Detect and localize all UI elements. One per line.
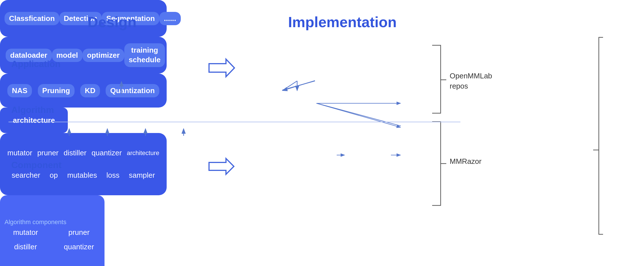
nas-item: NAS <box>7 84 32 97</box>
more-item: ...... <box>159 12 180 25</box>
pruner-item: pruner <box>35 147 61 158</box>
svg-marker-3 <box>209 59 234 77</box>
searcher-item: searcher <box>9 170 42 181</box>
sampler-item: sampler <box>127 170 157 181</box>
training-schedule-item: trainingschedule <box>124 43 165 67</box>
implementation-title: Implementation <box>288 14 397 31</box>
algorithm-panel: NAS Pruning KD Quantization <box>0 74 167 108</box>
architecture-label: architecture <box>13 116 55 125</box>
mutator-item: mutator <box>5 147 34 158</box>
classification-item: Classfication <box>5 12 59 25</box>
algo-pruner-item: pruner <box>58 228 100 237</box>
component-label: Component <box>11 160 62 170</box>
algo-components-panel: Algorithm components mutator pruner dist… <box>0 195 105 266</box>
quantizer-item: quantizer <box>89 147 124 158</box>
application-panel: Classfication Detection Segmentation ...… <box>0 0 167 37</box>
op-item: op <box>47 170 60 181</box>
svg-line-14 <box>282 81 315 90</box>
quantization-item: Quantization <box>106 84 159 97</box>
architecture-comp-item: architecture <box>125 148 162 158</box>
loss-item: loss <box>104 170 122 181</box>
svg-marker-10 <box>209 158 234 174</box>
openmmlab-repos-label: OpenMMLabrepos <box>450 71 492 91</box>
horizontal-divider <box>8 122 460 122</box>
component-row-1: mutator pruner distiller quantizer archi… <box>5 147 162 158</box>
svg-line-11 <box>316 103 401 127</box>
algo-quantizer-item: quantizer <box>58 243 100 251</box>
mutables-item: mutables <box>65 170 99 181</box>
application-label: Application <box>11 59 60 69</box>
design-title: Design <box>88 14 136 31</box>
optimizer-item: optimizer <box>82 49 124 62</box>
algo-components-grid: mutator pruner distiller quantizer <box>5 228 100 251</box>
kd-item: KD <box>80 84 100 97</box>
algo-components-label: Algorithm components <box>5 218 100 226</box>
mmrazor-label: MMRazor <box>450 157 482 166</box>
algo-distiller-item: distiller <box>5 243 47 251</box>
pruning-item: Pruning <box>38 84 75 97</box>
svg-line-17 <box>282 81 297 91</box>
component-row-2: searcher op mutables loss sampler <box>5 170 162 181</box>
algo-mutator-item: mutator <box>5 228 47 237</box>
svg-line-15 <box>317 103 401 126</box>
distiller-item: distiller <box>61 147 89 158</box>
algorithm-label: Algorithm <box>11 105 54 115</box>
svg-line-4 <box>282 81 315 91</box>
